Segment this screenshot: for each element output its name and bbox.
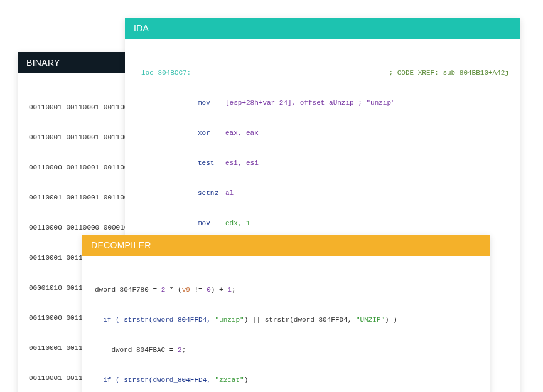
ida-mnemonic: setnz: [198, 188, 225, 198]
ida-line: mov[esp+28h+var_24], offset aUnzip ; "un…: [141, 98, 509, 108]
ida-header: IDA: [125, 18, 520, 39]
ida-line: testesi, esi: [141, 158, 509, 168]
ida-mnemonic: mov: [198, 218, 225, 228]
ida-line: setnzal: [141, 188, 509, 198]
ida-operands: al: [225, 188, 509, 198]
ida-line: xoreax, eax: [141, 128, 509, 138]
ida-mnemonic: mov: [198, 98, 225, 108]
ida-operands: eax, eax: [225, 128, 509, 138]
decomp-line: dword_804F780 = 2 * (v9 != 0) + 1;: [95, 285, 479, 295]
ida-label-1: loc_804BCC7: ; CODE XREF: sub_804BB10+A4…: [141, 68, 509, 78]
ida-mnemonic: xor: [198, 128, 225, 138]
ida-operands: [esp+28h+var_24], offset aUnzip ; "unzip…: [225, 98, 509, 108]
ida-operands: esi, esi: [225, 158, 509, 168]
decompiler-header: DECOMPILER: [82, 235, 490, 256]
decomp-line: if ( strstr(dword_804FFD4, "z2cat"): [95, 375, 479, 385]
ida-mnemonic: test: [198, 158, 225, 168]
decompiler-panel: DECOMPILER dword_804F780 = 2 * (v9 != 0)…: [82, 235, 490, 392]
decompiler-body: dword_804F780 = 2 * (v9 != 0) + 1; if ( …: [82, 256, 490, 392]
ida-label-name: loc_804BCC7:: [141, 68, 389, 78]
decomp-line: if ( strstr(dword_804FFD4, "unzip") || s…: [95, 315, 479, 325]
ida-xref: ; CODE XREF: sub_804BB10+A42j: [389, 68, 509, 78]
stage: BINARY 00110001 00110001 00110000 011101…: [0, 0, 543, 392]
ida-line: movedx, 1: [141, 218, 509, 228]
ida-operands: edx, 1: [225, 218, 509, 228]
decomp-line: dword_804FBAC = 2;: [95, 345, 479, 355]
